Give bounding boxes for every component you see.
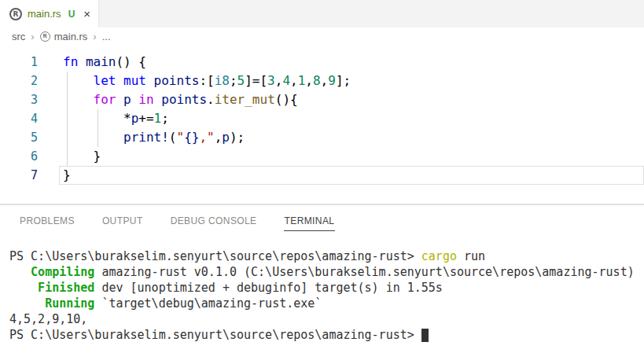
code-line[interactable]: 1fn main() { xyxy=(0,53,644,72)
code-token: :[ xyxy=(199,73,214,88)
code-token: print! xyxy=(123,130,169,145)
code-token: 4 xyxy=(282,73,290,88)
code-token: {} xyxy=(184,130,199,145)
terminal-text: run xyxy=(457,249,485,263)
code-token xyxy=(131,92,139,107)
code-token: let mut xyxy=(94,73,154,88)
code-token: points xyxy=(154,73,200,88)
code-text: *p+=1; xyxy=(63,109,169,128)
line-number[interactable]: 5 xyxy=(0,128,38,147)
code-token: 8 xyxy=(313,73,321,88)
chevron-right-icon: › xyxy=(93,31,96,42)
code-token: . xyxy=(207,92,215,107)
line-number[interactable]: 2 xyxy=(0,72,38,90)
breadcrumb-src[interactable]: src xyxy=(12,31,25,42)
panel-tab-terminal[interactable]: TERMINAL xyxy=(284,211,336,231)
code-line[interactable]: 2 let mut points:[i8;5]=[3,4,1,8,9]; xyxy=(0,72,644,90)
panel-tab-output[interactable]: OUTPUT xyxy=(101,211,144,231)
code-token: p xyxy=(222,130,230,145)
code-token: , xyxy=(305,73,313,88)
breadcrumb-file[interactable]: R main.rs xyxy=(40,31,88,42)
code-token: , xyxy=(290,73,298,88)
code-token: i8 xyxy=(215,73,230,88)
code-token: ( xyxy=(169,130,177,145)
code-editor[interactable]: 1fn main() {2 let mut points:[i8;5]=[3,4… xyxy=(0,45,644,204)
code-text: print!("{},",p); xyxy=(63,128,245,147)
code-token: points xyxy=(161,92,207,107)
git-untracked-badge: U xyxy=(68,9,75,20)
code-token: main xyxy=(86,54,116,69)
rust-file-icon: R xyxy=(40,31,50,42)
code-token: ]=[ xyxy=(245,73,267,88)
panel-tab-debug-console[interactable]: DEBUG CONSOLE xyxy=(170,211,258,231)
panel-tab-problems[interactable]: PROBLEMS xyxy=(19,211,75,231)
code-token xyxy=(154,92,162,107)
terminal-text: `target\debug\amazing-rust.exe` xyxy=(94,296,322,311)
code-token: ; xyxy=(161,111,169,126)
terminal-text: 4,5,2,9,10, xyxy=(9,312,87,326)
line-number[interactable]: 6 xyxy=(0,147,38,166)
terminal-line: PS C:\Users\burakselim.senyurt\source\re… xyxy=(9,327,644,343)
terminal[interactable]: PS C:\Users\burakselim.senyurt\source\re… xyxy=(0,248,644,343)
chevron-right-icon: › xyxy=(31,31,34,42)
line-number[interactable]: 3 xyxy=(0,90,38,109)
terminal-line: Running `target\debug\amazing-rust.exe` xyxy=(9,296,644,311)
terminal-text: PS C:\Users\burakselim.senyurt\source\re… xyxy=(9,249,421,263)
terminal-line: PS C:\Users\burakselim.senyurt\source\re… xyxy=(9,248,644,264)
code-token: 1 xyxy=(298,73,306,88)
terminal-text: PS C:\Users\burakselim.senyurt\source\re… xyxy=(9,328,421,342)
terminal-line: 4,5,2,9,10, xyxy=(9,311,644,327)
code-token: 1 xyxy=(154,111,162,126)
breadcrumb-file-label: main.rs xyxy=(54,31,88,42)
code-line[interactable]: 4 *p+=1; xyxy=(0,109,644,128)
code-text: } xyxy=(63,166,71,185)
code-token: p xyxy=(123,92,131,107)
terminal-text: dev [unoptimized + debuginfo] target(s) … xyxy=(94,281,443,295)
code-token: iter_mut xyxy=(215,92,275,107)
code-token: ," xyxy=(199,130,214,145)
code-line[interactable]: 7} xyxy=(0,166,644,185)
code-token: () { xyxy=(116,54,146,69)
rust-file-icon: R xyxy=(9,8,22,20)
code-token xyxy=(63,130,123,145)
code-token: 5 xyxy=(237,73,245,88)
code-token xyxy=(63,73,94,88)
code-token: 3 xyxy=(267,73,275,88)
terminal-text: Compiling xyxy=(9,265,94,279)
code-token: , xyxy=(275,73,283,88)
bottom-panel: PROBLEMSOUTPUTDEBUG CONSOLETERMINAL PS C… xyxy=(0,204,644,353)
editor-tab-main-rs[interactable]: R main.rs U × xyxy=(0,0,99,28)
terminal-cursor xyxy=(421,329,429,342)
terminal-line: Compiling amazing-rust v0.1.0 (C:\Users\… xyxy=(9,264,644,280)
tab-file-name: main.rs xyxy=(28,8,61,20)
breadcrumb-symbol[interactable]: ... xyxy=(102,31,111,42)
code-token: p xyxy=(131,111,139,126)
code-token: ; xyxy=(230,73,237,88)
line-number[interactable]: 4 xyxy=(0,109,38,128)
line-number[interactable]: 7 xyxy=(0,166,38,185)
code-text: } xyxy=(63,147,101,166)
close-tab-icon[interactable]: × xyxy=(83,8,90,20)
code-token: } xyxy=(63,167,71,182)
code-token: (){ xyxy=(275,92,298,107)
code-line[interactable]: 5 print!("{},",p); xyxy=(0,128,644,147)
code-text: for p in points.iter_mut(){ xyxy=(63,90,298,109)
code-text: fn main() { xyxy=(63,53,146,72)
breadcrumb: src › R main.rs › ... xyxy=(0,28,644,45)
code-token: 9 xyxy=(328,73,336,88)
terminal-text: cargo xyxy=(421,249,457,263)
code-token: , xyxy=(215,130,223,145)
line-number[interactable]: 1 xyxy=(0,53,38,72)
code-token xyxy=(63,92,94,107)
code-line[interactable]: 6 } xyxy=(0,147,644,166)
code-token xyxy=(116,92,123,107)
terminal-text: Finished xyxy=(9,281,94,295)
code-line[interactable]: 3 for p in points.iter_mut(){ xyxy=(0,90,644,109)
editor-tab-bar: R main.rs U × xyxy=(0,0,644,28)
code-text: let mut points:[i8;5]=[3,4,1,8,9]; xyxy=(63,72,351,90)
terminal-text: Running xyxy=(9,296,94,311)
terminal-text: amazing-rust v0.1.0 (C:\Users\burakselim… xyxy=(94,265,634,279)
code-token: * xyxy=(63,111,131,126)
code-token: ]; xyxy=(336,73,351,88)
code-token: ); xyxy=(230,130,245,145)
